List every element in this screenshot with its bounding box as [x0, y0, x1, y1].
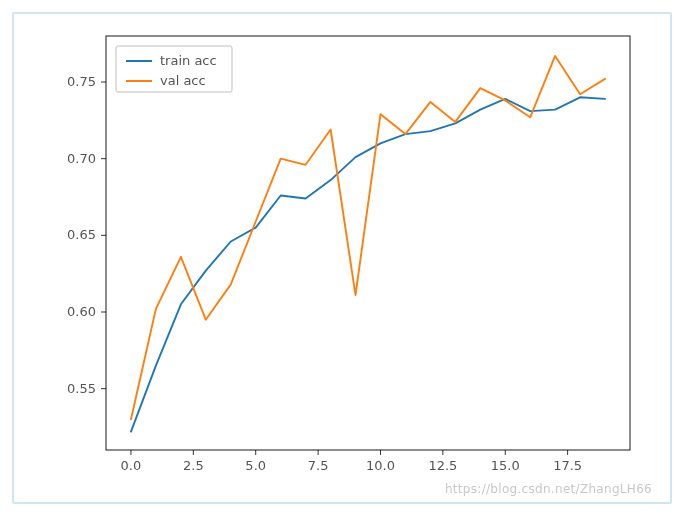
legend-label: val acc — [160, 73, 206, 88]
chart: 0.02.55.07.510.012.515.017.50.550.600.65… — [32, 22, 656, 482]
xtick-label: 12.5 — [428, 458, 457, 473]
xtick-label: 5.0 — [245, 458, 266, 473]
xtick-label: 10.0 — [366, 458, 395, 473]
xtick-label: 2.5 — [183, 458, 204, 473]
xtick-label: 15.0 — [491, 458, 520, 473]
ytick-label: 0.60 — [67, 304, 96, 319]
ytick-label: 0.75 — [67, 74, 96, 89]
ytick-label: 0.70 — [67, 151, 96, 166]
ytick-label: 0.55 — [67, 381, 96, 396]
xtick-label: 17.5 — [553, 458, 582, 473]
xtick-label: 0.0 — [121, 458, 142, 473]
ytick-label: 0.65 — [67, 227, 96, 242]
axes-frame — [106, 36, 630, 450]
legend-label: train acc — [160, 53, 217, 68]
watermark: https://blog.csdn.net/ZhangLH66 — [445, 482, 652, 496]
image-frame: 0.02.55.07.510.012.515.017.50.550.600.65… — [12, 12, 672, 504]
xtick-label: 7.5 — [308, 458, 329, 473]
